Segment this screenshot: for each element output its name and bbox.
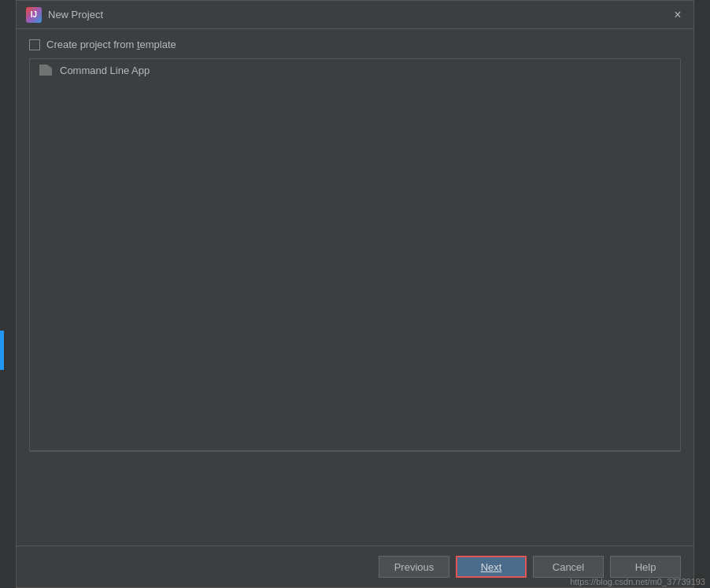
- template-checkbox[interactable]: [29, 39, 40, 50]
- project-list[interactable]: Command Line App: [29, 58, 681, 451]
- dialog-content: Create project from template Command Lin…: [17, 29, 693, 545]
- new-project-dialog: IJ New Project × Create project from tem…: [16, 0, 694, 588]
- help-button[interactable]: Help: [610, 556, 681, 578]
- template-checkbox-label[interactable]: Create project from template: [46, 39, 176, 50]
- file-icon: [38, 64, 54, 76]
- app-icon: IJ: [26, 7, 42, 23]
- side-accent: [0, 331, 4, 370]
- list-item[interactable]: Command Line App: [30, 59, 680, 81]
- cancel-button[interactable]: Cancel: [533, 556, 604, 578]
- title-bar-left: IJ New Project: [26, 7, 103, 23]
- description-area: [29, 451, 681, 545]
- checkbox-row: Create project from template: [29, 39, 681, 50]
- project-item-label: Command Line App: [60, 65, 150, 76]
- previous-button[interactable]: Previous: [379, 556, 449, 578]
- url-bar: https://blog.csdn.net/m0_37739193: [565, 575, 710, 588]
- next-button[interactable]: Next: [456, 556, 527, 578]
- title-bar: IJ New Project ×: [17, 1, 693, 29]
- dialog-title: New Project: [48, 9, 103, 20]
- underline-t: t: [137, 39, 140, 50]
- close-button[interactable]: ×: [671, 9, 684, 21]
